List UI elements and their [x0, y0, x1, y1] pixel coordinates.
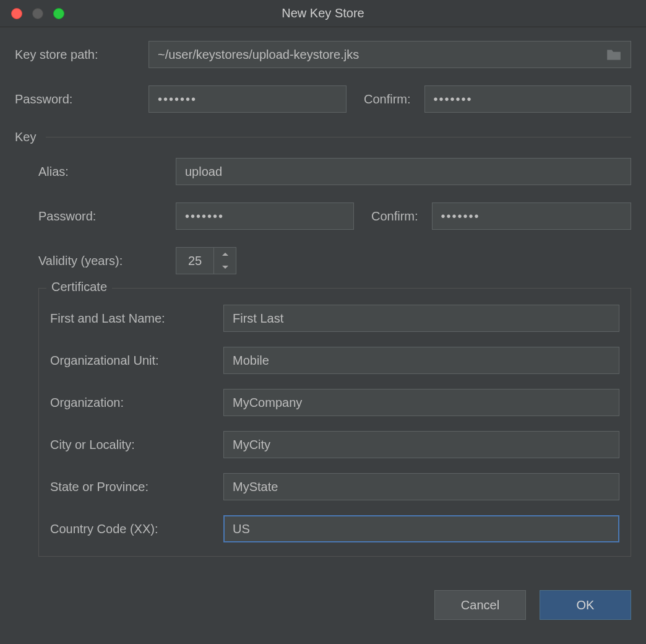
state-label: State or Province: — [50, 480, 223, 494]
first-last-field[interactable]: First Last — [223, 305, 619, 332]
city-value: MyCity — [233, 438, 270, 452]
alias-value: upload — [185, 165, 222, 179]
titlebar: New Key Store — [0, 0, 646, 27]
city-field[interactable]: MyCity — [223, 431, 619, 458]
validity-up-button[interactable] — [214, 248, 236, 261]
alias-field[interactable]: upload — [176, 158, 631, 185]
cancel-button-label: Cancel — [461, 598, 499, 612]
key-confirm-value: ••••••• — [441, 209, 480, 224]
keystore-password-value: ••••••• — [158, 92, 197, 107]
ok-button-label: OK — [577, 598, 595, 612]
validity-down-button[interactable] — [214, 261, 236, 274]
window-controls — [11, 8, 64, 19]
validity-value: 25 — [176, 248, 213, 274]
divider — [46, 137, 631, 137]
state-value: MyState — [233, 480, 278, 494]
key-section-label: Key — [15, 130, 36, 144]
organization-field[interactable]: MyCompany — [223, 389, 619, 416]
key-store-path-value: ~/user/keystores/upload-keystore.jks — [158, 48, 606, 62]
keystore-confirm-value: ••••••• — [434, 92, 473, 107]
country-value: US — [233, 522, 250, 536]
org-unit-label: Organizational Unit: — [50, 354, 223, 368]
first-last-value: First Last — [233, 311, 283, 326]
keystore-password-field[interactable]: ••••••• — [149, 85, 347, 113]
chevron-up-icon — [222, 252, 229, 256]
certificate-legend: Certificate — [46, 280, 112, 294]
certificate-group: Certificate First and Last Name: First L… — [38, 288, 631, 557]
ok-button[interactable]: OK — [540, 590, 631, 620]
city-label: City or Locality: — [50, 438, 223, 452]
key-confirm-field[interactable]: ••••••• — [432, 202, 631, 230]
maximize-window-button[interactable] — [53, 8, 64, 19]
org-unit-value: Mobile — [233, 354, 269, 368]
keystore-confirm-field[interactable]: ••••••• — [424, 85, 631, 113]
organization-value: MyCompany — [233, 396, 302, 410]
close-window-button[interactable] — [11, 8, 22, 19]
key-password-label: Password: — [38, 209, 176, 224]
validity-stepper[interactable]: 25 — [176, 247, 236, 274]
country-field[interactable]: US — [223, 515, 619, 542]
alias-label: Alias: — [38, 165, 176, 179]
key-password-field[interactable]: ••••••• — [176, 202, 354, 230]
first-last-label: First and Last Name: — [50, 311, 223, 326]
key-password-value: ••••••• — [185, 209, 224, 224]
keystore-confirm-label: Confirm: — [364, 92, 411, 107]
key-store-path-label: Key store path: — [15, 48, 149, 62]
validity-label: Validity (years): — [38, 254, 176, 268]
organization-label: Organization: — [50, 396, 223, 410]
country-label: Country Code (XX): — [50, 522, 223, 536]
keystore-password-label: Password: — [15, 92, 149, 107]
dialog-title: New Key Store — [282, 6, 364, 20]
cancel-button[interactable]: Cancel — [434, 590, 526, 620]
org-unit-field[interactable]: Mobile — [223, 347, 619, 374]
minimize-window-button — [32, 8, 43, 19]
key-confirm-label: Confirm: — [371, 209, 418, 224]
state-field[interactable]: MyState — [223, 473, 619, 500]
key-store-path-field[interactable]: ~/user/keystores/upload-keystore.jks — [149, 41, 631, 68]
chevron-down-icon — [222, 265, 229, 269]
browse-folder-icon[interactable] — [606, 48, 622, 61]
